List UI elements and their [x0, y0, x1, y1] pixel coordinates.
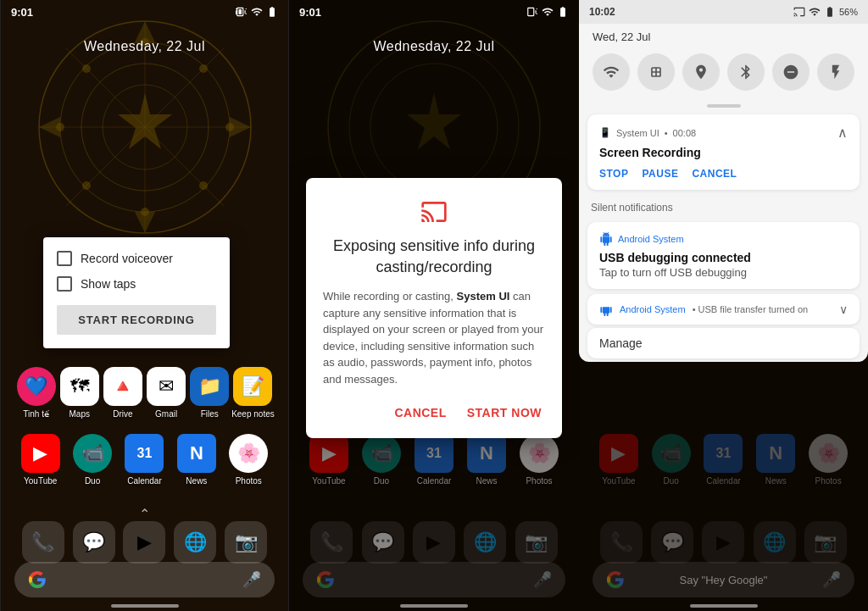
notif-status-bar: 10:02 56%: [579, 0, 868, 24]
notif-app-info-usb: Android System: [599, 232, 684, 246]
dock-chrome[interactable]: 🌐: [174, 521, 216, 564]
cast-cancel-button[interactable]: CANCEL: [391, 401, 449, 425]
calendar-icon: 31: [125, 434, 164, 473]
quick-tiles: [579, 47, 868, 101]
nav-hint-2: [400, 604, 468, 608]
youtube-label-2: YouTube: [312, 476, 345, 486]
dock2-camera: 📷: [515, 521, 558, 564]
tile-flashlight[interactable]: [817, 53, 854, 91]
youtube-icon-3: ▶: [599, 434, 638, 473]
tile-bluetooth[interactable]: [727, 53, 765, 91]
app-news[interactable]: N News: [173, 434, 220, 486]
tile-data[interactable]: [637, 53, 675, 91]
maps-icon: 🗺: [60, 367, 99, 406]
youtube-icon: ▶: [21, 434, 60, 473]
cast-dialog-body: While recording or casting, System UI ca…: [323, 288, 545, 387]
duo-icon-2: 📹: [362, 434, 401, 473]
news-label: News: [186, 476, 207, 486]
notif-stop-btn[interactable]: STOP: [599, 168, 628, 180]
tile-location[interactable]: [682, 53, 720, 91]
expand-icon-usb[interactable]: ∨: [839, 303, 848, 316]
files-label: Files: [201, 409, 219, 419]
duo-label-3: Duo: [664, 476, 679, 486]
tile-dnd[interactable]: [772, 53, 810, 91]
notif-title-recording: Screen Recording: [599, 146, 848, 159]
files-icon: 📁: [190, 367, 229, 406]
screen-recording-notif: 📱 System UI • 00:08 ∧ Screen Recording S…: [587, 114, 860, 190]
cast-start-button[interactable]: START NOW: [464, 401, 545, 425]
show-taps-checkbox[interactable]: [57, 276, 72, 292]
usb-file-transfer-text: • USB file transfer turned on: [693, 304, 809, 314]
app-maps[interactable]: 🗺 Maps: [58, 367, 101, 419]
dock2-chrome: 🌐: [464, 521, 506, 564]
notif-separator: •: [665, 128, 668, 138]
phone-date: Wednesday, 22 Jul: [1, 39, 288, 54]
search-bar-2: 🎤: [303, 562, 565, 597]
app-duo[interactable]: 📹 Duo: [69, 434, 116, 486]
search-bar[interactable]: 🎤: [14, 562, 275, 597]
voiceover-checkbox[interactable]: [57, 251, 72, 266]
phone-date-2: Wednesday, 22 Jul: [289, 39, 579, 54]
search-bar-3: Say "Hey Google" 🎤: [593, 562, 854, 597]
svg-point-16: [199, 181, 208, 190]
vibrate-icon-2: [526, 6, 538, 18]
manage-bar[interactable]: Manage: [587, 328, 860, 358]
cast-dialog-icon: [323, 198, 545, 225]
gmail-icon: ✉: [147, 367, 186, 406]
photos-icon-3: 🌸: [809, 434, 848, 473]
dock-phone[interactable]: 📞: [22, 521, 64, 564]
status-time-2: 9:01: [299, 6, 321, 19]
notif-expand-icon[interactable]: ∧: [837, 125, 848, 141]
google-icon: [28, 570, 47, 589]
app3-calendar: 31 Calendar: [699, 434, 747, 486]
dock3-chrome: 🌐: [754, 521, 796, 564]
dock-camera[interactable]: 📷: [225, 521, 267, 564]
svg-point-14: [199, 64, 208, 73]
svg-marker-24: [407, 93, 461, 149]
dock-messages[interactable]: 💬: [73, 521, 115, 564]
app-keep[interactable]: 📝 Keep notes: [231, 367, 275, 419]
notif-header-recording: 📱 System UI • 00:08 ∧: [599, 125, 848, 141]
tinh-icon: 💙: [17, 367, 56, 406]
tile-wifi[interactable]: [593, 53, 630, 91]
notif-pause-btn[interactable]: PAUSE: [642, 168, 678, 180]
dock-playstore[interactable]: ▶: [123, 521, 165, 564]
show-taps-label: Show taps: [81, 277, 136, 291]
status-bar-2: 9:01: [289, 0, 579, 24]
notif-status-icons: 56%: [793, 6, 858, 18]
duo-label-2: Duo: [374, 476, 389, 486]
app3-photos: 🌸 Photos: [804, 434, 852, 486]
start-recording-button[interactable]: START RECORDING: [57, 305, 216, 335]
youtube-label: YouTube: [24, 476, 57, 486]
app-tinh[interactable]: 💙 Tinh tế: [14, 367, 58, 419]
app-drive[interactable]: 🔺 Drive: [101, 367, 144, 419]
drive-icon: 🔺: [103, 367, 142, 406]
photos-label-3: Photos: [815, 476, 842, 486]
svg-point-19: [56, 123, 64, 131]
dnd-tile-icon: [782, 64, 799, 81]
app-row-2: ▶ YouTube 📹 Duo 31 Calendar N News 🌸 Pho…: [14, 434, 275, 486]
app-photos[interactable]: 🌸 Photos: [225, 434, 272, 486]
duo-icon-3: 📹: [652, 434, 691, 473]
youtube-label-3: YouTube: [602, 476, 635, 486]
google-icon-3: [606, 570, 625, 589]
notif-cancel-btn[interactable]: CANCEL: [692, 168, 737, 180]
dock2-messages: 💬: [362, 521, 404, 564]
battery-pct: 56%: [839, 7, 858, 17]
battery-icon-2: [557, 6, 569, 18]
app-gmail[interactable]: ✉ Gmail: [145, 367, 188, 419]
photos-label-2: Photos: [526, 476, 552, 486]
status-bar: 9:01: [1, 0, 288, 24]
cast-dialog-title: Exposing sensitive info during casting/r…: [323, 236, 545, 278]
usb-file-transfer-left: Android System • USB file transfer turne…: [599, 303, 808, 316]
recording-popup: Record voiceover Show taps START RECORDI…: [43, 237, 230, 348]
cast-body-before: While recording or casting,: [323, 290, 457, 303]
app-youtube[interactable]: ▶ YouTube: [17, 434, 64, 486]
dock2-playstore: ▶: [413, 521, 455, 564]
battery-icon: [266, 6, 278, 18]
dock3-phone: 📞: [600, 521, 643, 564]
panel-3: 10:02 56% Wed, 22 Jul: [579, 0, 868, 611]
app-files[interactable]: 📁 Files: [188, 367, 231, 419]
app-calendar[interactable]: 31 Calendar: [120, 434, 168, 486]
signal-small-icon: [809, 6, 821, 18]
